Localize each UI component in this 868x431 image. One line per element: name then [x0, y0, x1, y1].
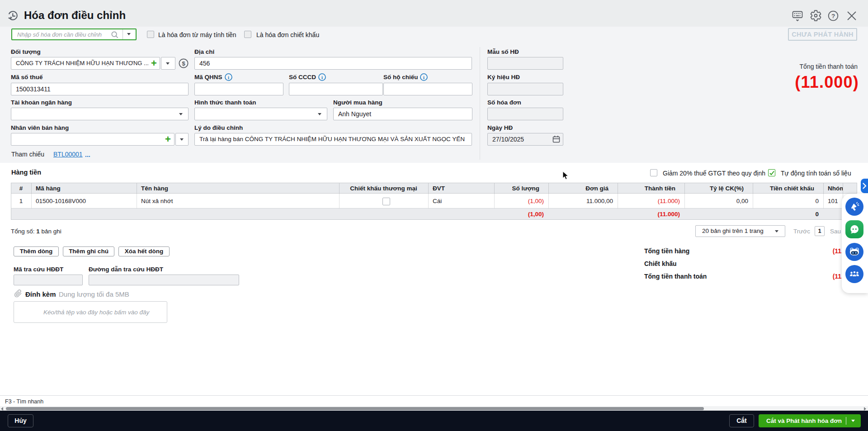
- svg-text:i: i: [423, 75, 425, 80]
- svg-text:?: ?: [831, 13, 835, 19]
- svg-text:i: i: [321, 75, 323, 80]
- svg-text:i: i: [228, 75, 229, 80]
- svg-text:$: $: [182, 60, 185, 67]
